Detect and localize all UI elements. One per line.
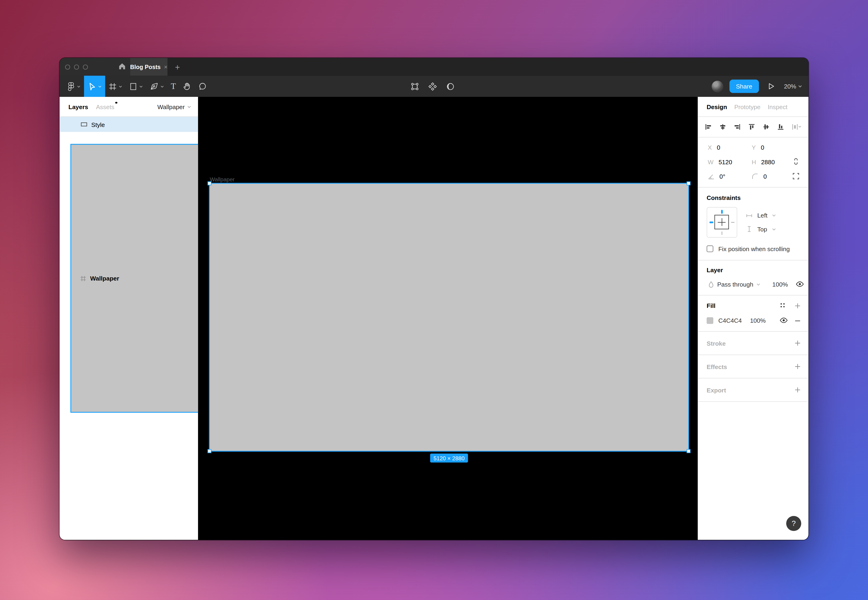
properties-tabs: Design Prototype Inspect bbox=[698, 97, 809, 117]
traffic-light-zone bbox=[59, 58, 113, 76]
eye-icon bbox=[780, 317, 788, 324]
home-icon bbox=[118, 62, 126, 72]
layer-row-style[interactable]: Style bbox=[59, 117, 198, 132]
layer-visibility-toggle[interactable] bbox=[796, 281, 804, 288]
traffic-light-close[interactable] bbox=[65, 64, 70, 69]
new-tab-button[interactable]: + bbox=[168, 58, 188, 76]
selection-handle-top-left[interactable] bbox=[207, 181, 212, 185]
chevron-down-icon bbox=[798, 83, 802, 89]
frame-tool-button[interactable] bbox=[105, 76, 126, 97]
canvas[interactable]: Wallpaper 5120 × 2880 bbox=[198, 97, 697, 540]
home-button[interactable] bbox=[113, 58, 130, 76]
chevron-down-icon bbox=[187, 103, 191, 110]
align-left-icon[interactable] bbox=[705, 123, 712, 130]
tab-design[interactable]: Design bbox=[706, 103, 727, 110]
remove-fill-button[interactable] bbox=[795, 318, 801, 324]
tab-assets[interactable]: Assets bbox=[96, 103, 114, 110]
layer-name: Wallpaper bbox=[90, 275, 119, 282]
text-tool-icon: T bbox=[171, 82, 176, 90]
stroke-heading: Stroke bbox=[706, 340, 726, 347]
constraints-widget[interactable] bbox=[706, 207, 737, 238]
selected-frame[interactable]: 5120 × 2880 bbox=[210, 184, 688, 451]
corner-radius-input[interactable]: 0 bbox=[763, 173, 767, 180]
comment-tool-button[interactable] bbox=[195, 76, 210, 97]
present-button[interactable] bbox=[767, 82, 775, 90]
selection-handle-bottom-left[interactable] bbox=[207, 449, 212, 453]
create-component-button[interactable] bbox=[428, 82, 437, 91]
avatar[interactable] bbox=[711, 80, 723, 92]
constraint-right-tick[interactable] bbox=[731, 222, 734, 223]
help-button[interactable]: ? bbox=[786, 516, 801, 531]
layer-heading: Layer bbox=[706, 267, 800, 273]
traffic-light-minimize[interactable] bbox=[74, 64, 79, 69]
align-h-center-icon[interactable] bbox=[720, 123, 726, 130]
chevron-down-icon bbox=[160, 84, 164, 88]
fill-heading: Fill bbox=[706, 302, 715, 309]
blend-mode-dropdown[interactable]: Pass through bbox=[708, 281, 761, 288]
fill-styles-button[interactable] bbox=[780, 302, 786, 309]
shape-tool-button[interactable] bbox=[126, 76, 147, 97]
fix-position-checkbox[interactable] bbox=[706, 245, 713, 252]
figma-logo-icon bbox=[67, 81, 75, 91]
tab-layers[interactable]: Layers bbox=[68, 103, 88, 110]
align-bottom-icon[interactable] bbox=[777, 123, 784, 130]
page-selector-dropdown[interactable]: Wallpaper bbox=[157, 103, 192, 110]
width-input[interactable]: 5120 bbox=[718, 159, 732, 165]
horizontal-constraint-dropdown[interactable]: Left bbox=[746, 212, 776, 219]
constraints-heading: Constraints bbox=[706, 194, 800, 201]
add-fill-button[interactable] bbox=[795, 303, 801, 309]
edit-object-button[interactable] bbox=[410, 82, 420, 91]
main-menu-button[interactable] bbox=[64, 76, 84, 97]
move-tool-button[interactable] bbox=[84, 76, 105, 97]
horizontal-constraint-value: Left bbox=[757, 212, 768, 219]
h-constraint-icon bbox=[746, 212, 753, 219]
share-button[interactable]: Share bbox=[729, 80, 759, 93]
frame-label[interactable]: Wallpaper bbox=[210, 177, 234, 183]
toolbar-center-group bbox=[410, 76, 455, 97]
zoom-level-dropdown[interactable]: 20% bbox=[784, 83, 802, 89]
page-selector-value: Wallpaper bbox=[157, 103, 185, 110]
layer-opacity-input[interactable]: 100% bbox=[772, 281, 788, 288]
distribute-icon[interactable] bbox=[792, 123, 801, 130]
fill-color-swatch[interactable] bbox=[706, 317, 713, 324]
height-input[interactable]: 2880 bbox=[761, 159, 775, 165]
vertical-constraint-value: Top bbox=[757, 226, 767, 233]
tab-inspect[interactable]: Inspect bbox=[768, 103, 788, 110]
text-tool-button[interactable]: T bbox=[168, 76, 179, 97]
comment-tool-icon bbox=[198, 82, 207, 91]
constraint-left-tick[interactable] bbox=[709, 221, 713, 223]
tab-close-icon[interactable]: × bbox=[164, 64, 168, 70]
align-right-icon[interactable] bbox=[734, 123, 741, 130]
constraints-section: Constraints bbox=[698, 188, 809, 261]
add-effect-button[interactable] bbox=[795, 364, 801, 370]
effects-heading: Effects bbox=[706, 363, 727, 370]
hand-tool-button[interactable] bbox=[179, 76, 195, 97]
selection-handle-top-right[interactable] bbox=[687, 181, 691, 185]
constraint-bottom-tick[interactable] bbox=[721, 231, 722, 235]
toolbar-left-group: T bbox=[59, 76, 210, 97]
w-label: W bbox=[708, 159, 714, 165]
corner-radius-icon bbox=[752, 173, 758, 180]
traffic-light-zoom[interactable] bbox=[83, 64, 88, 69]
selection-handle-bottom-right[interactable] bbox=[687, 449, 691, 453]
tab-prototype[interactable]: Prototype bbox=[734, 103, 761, 110]
fill-opacity-input[interactable]: 100% bbox=[750, 317, 766, 324]
independent-corners-toggle[interactable] bbox=[792, 172, 800, 181]
hand-tool-icon bbox=[183, 82, 191, 91]
x-input[interactable]: 0 bbox=[717, 144, 720, 151]
add-stroke-button[interactable] bbox=[795, 340, 801, 346]
use-as-mask-button[interactable] bbox=[446, 82, 455, 91]
vertical-constraint-dropdown[interactable]: Top bbox=[746, 226, 776, 233]
fill-visibility-toggle[interactable] bbox=[780, 317, 788, 324]
add-export-button[interactable] bbox=[795, 387, 801, 393]
fill-hex-input[interactable]: C4C4C4 bbox=[718, 317, 742, 324]
align-top-icon[interactable] bbox=[748, 123, 755, 130]
tab-blog-posts[interactable]: Blog Posts × bbox=[130, 58, 168, 76]
y-input[interactable]: 0 bbox=[761, 144, 764, 151]
pen-tool-button[interactable] bbox=[147, 76, 168, 97]
constrain-proportions-toggle[interactable] bbox=[792, 158, 800, 166]
rotation-input[interactable]: 0° bbox=[720, 173, 725, 180]
constraint-top-tick[interactable] bbox=[721, 210, 723, 214]
expand-icon bbox=[792, 172, 800, 181]
align-v-center-icon[interactable] bbox=[763, 123, 770, 130]
